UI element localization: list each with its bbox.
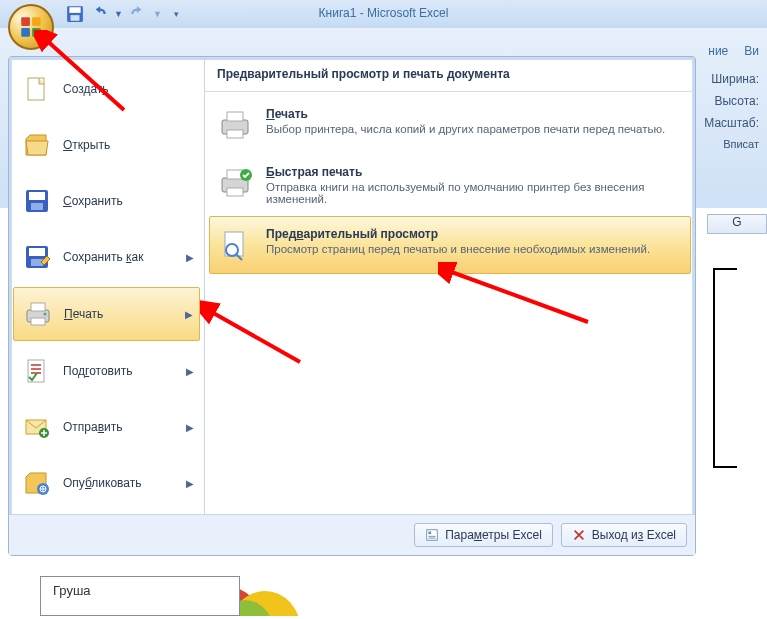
svg-rect-28 xyxy=(227,188,243,196)
submenu-item-icon xyxy=(218,107,254,143)
submenu-item-title: Предварительный просмотр xyxy=(266,227,682,241)
svg-rect-1 xyxy=(69,7,80,13)
submenu-item-1[interactable]: Быстрая печатьОтправка книги на использу… xyxy=(209,154,691,216)
width-label: Ширина: xyxy=(711,72,759,86)
svg-rect-35 xyxy=(429,536,436,537)
column-header[interactable]: G xyxy=(707,214,767,234)
redo-icon[interactable] xyxy=(129,5,147,23)
svg-rect-13 xyxy=(29,248,45,256)
menu-item-подготовить[interactable]: Подготовить▶ xyxy=(13,345,200,397)
svg-rect-16 xyxy=(31,303,45,311)
dropdown-caret-icon[interactable]: ▼ xyxy=(153,9,162,19)
selected-cell-border xyxy=(713,268,737,468)
menu-item-icon xyxy=(21,467,53,499)
menu-item-сохранить-как[interactable]: Сохранить как▶ xyxy=(13,231,200,283)
menu-item-label: Опубликовать xyxy=(63,476,141,490)
svg-rect-4 xyxy=(21,17,30,26)
tab-fragment[interactable]: ние xyxy=(708,44,728,58)
submenu-item-desc: Отправка книги на используемый по умолча… xyxy=(266,181,682,205)
menu-item-создать[interactable]: Создать xyxy=(13,63,200,115)
svg-rect-11 xyxy=(31,203,43,210)
menu-item-сохранить[interactable]: Сохранить xyxy=(13,175,200,227)
office-menu-right: Предварительный просмотр и печать докуме… xyxy=(205,57,695,514)
submenu-item-icon xyxy=(218,165,254,201)
fit-label: Вписат xyxy=(723,138,759,150)
scale-label: Масштаб: xyxy=(704,116,759,130)
menu-item-закрыть[interactable]: Закрыть xyxy=(13,513,200,514)
svg-rect-25 xyxy=(227,130,243,138)
submenu-item-desc: Просмотр страниц перед печатью и внесени… xyxy=(266,243,682,255)
svg-rect-2 xyxy=(71,15,80,21)
menu-item-icon xyxy=(21,241,53,273)
menu-item-label: Отправить xyxy=(63,420,123,434)
svg-rect-7 xyxy=(32,28,41,37)
menu-item-отправить[interactable]: Отправить▶ xyxy=(13,401,200,453)
cell-value: Груша xyxy=(40,576,240,616)
chevron-right-icon: ▶ xyxy=(185,309,193,320)
button-label: Выход из Excel xyxy=(592,528,676,542)
menu-item-label: Открыть xyxy=(63,138,110,152)
menu-item-открыть[interactable]: Открыть xyxy=(13,119,200,171)
close-icon xyxy=(572,528,586,542)
quick-access-toolbar: ▼ ▼ ▾ xyxy=(66,5,179,23)
menu-item-label: Подготовить xyxy=(63,364,132,378)
office-button[interactable] xyxy=(8,4,54,50)
dropdown-caret-icon[interactable]: ▼ xyxy=(114,9,123,19)
menu-item-label: Сохранить как xyxy=(63,250,143,264)
page-setup-labels: Ширина: Высота: Масштаб: Вписат xyxy=(704,72,759,150)
excel-options-button[interactable]: Параметры Excel xyxy=(414,523,553,547)
undo-icon[interactable] xyxy=(90,5,108,23)
submenu-item-title: Быстрая печать xyxy=(266,165,682,179)
chevron-right-icon: ▶ xyxy=(186,366,194,377)
height-label: Высота: xyxy=(714,94,759,108)
chevron-right-icon: ▶ xyxy=(186,478,194,489)
menu-item-icon xyxy=(21,129,53,161)
office-menu-footer: Параметры Excel Выход из Excel xyxy=(9,514,695,555)
svg-rect-36 xyxy=(429,538,436,539)
menu-item-label: Сохранить xyxy=(63,194,123,208)
tab-fragment[interactable]: Ви xyxy=(744,44,759,58)
button-label: Параметры Excel xyxy=(445,528,542,542)
submenu-item-0[interactable]: ПечатьВыбор принтера, числа копий и друг… xyxy=(209,96,691,154)
svg-rect-24 xyxy=(227,112,243,121)
svg-rect-33 xyxy=(427,530,438,541)
ribbon-tabs-partial: ние Ви xyxy=(708,44,759,58)
exit-excel-button[interactable]: Выход из Excel xyxy=(561,523,687,547)
menu-item-label: Создать xyxy=(63,82,109,96)
menu-item-label: Печать xyxy=(64,307,103,321)
menu-item-icon xyxy=(21,73,53,105)
menu-item-icon xyxy=(21,185,53,217)
menu-item-печать[interactable]: Печать▶ xyxy=(13,287,200,341)
save-icon[interactable] xyxy=(66,5,84,23)
submenu-item-title: Печать xyxy=(266,107,682,121)
menu-item-icon xyxy=(21,411,53,443)
chevron-right-icon: ▶ xyxy=(186,422,194,433)
office-menu-left: СоздатьОткрытьСохранитьСохранить как▶Печ… xyxy=(9,57,205,514)
svg-rect-17 xyxy=(31,318,45,325)
submenu-header: Предварительный просмотр и печать докуме… xyxy=(205,57,695,92)
menu-item-опубликовать[interactable]: Опубликовать▶ xyxy=(13,457,200,509)
svg-rect-10 xyxy=(29,192,45,200)
window-title: Книга1 - Microsoft Excel xyxy=(319,6,449,20)
menu-item-icon xyxy=(22,298,54,330)
svg-point-18 xyxy=(44,313,47,316)
submenu-item-icon xyxy=(218,227,254,263)
svg-rect-5 xyxy=(32,17,41,26)
submenu-list: ПечатьВыбор принтера, числа копий и друг… xyxy=(205,92,695,278)
submenu-item-2[interactable]: Предварительный просмотрПросмотр страниц… xyxy=(209,216,691,274)
svg-rect-34 xyxy=(429,532,432,535)
qat-customize-icon[interactable]: ▾ xyxy=(174,9,179,19)
options-icon xyxy=(425,528,439,542)
title-bar: ▼ ▼ ▾ Книга1 - Microsoft Excel xyxy=(0,0,767,28)
office-menu: СоздатьОткрытьСохранитьСохранить как▶Печ… xyxy=(8,56,696,556)
submenu-item-desc: Выбор принтера, числа копий и других пар… xyxy=(266,123,682,135)
svg-rect-6 xyxy=(21,28,30,37)
chevron-right-icon: ▶ xyxy=(186,252,194,263)
menu-item-icon xyxy=(21,355,53,387)
